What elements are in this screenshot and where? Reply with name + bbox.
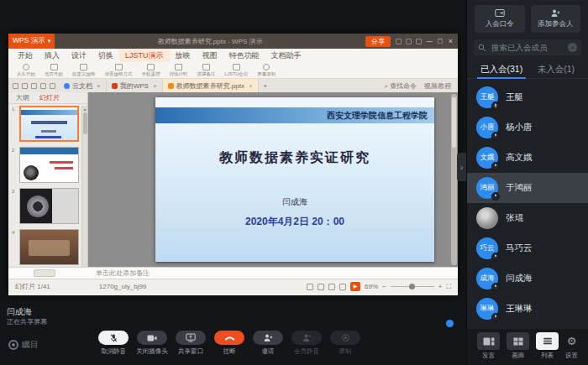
speaker-view-button[interactable]: 发言 (477, 332, 500, 365)
member-row-highlighted[interactable]: 鸿丽 于鸿丽 (467, 173, 588, 203)
slide-thumbnail-2[interactable] (19, 147, 79, 183)
member-row[interactable]: 成海 闫成海 (467, 263, 588, 294)
doc-tab-cloud[interactable]: 云文档 × (59, 79, 107, 92)
hangup-button[interactable]: 挂断 (214, 331, 244, 356)
wps-document-tabs: 云文档 × 我的WPS × 教师数据素养研究.pptx × + ⌕ 查找命令 视… (8, 79, 458, 92)
new-tab-button[interactable]: + (259, 82, 273, 90)
share-button[interactable]: 分享 (365, 36, 391, 47)
add-participant-button[interactable]: 添加参会人 (531, 5, 581, 33)
notes-splitter-handle[interactable] (34, 269, 55, 277)
find-command-link[interactable]: ⌕ 查找命令 (384, 81, 417, 91)
notes-placeholder[interactable]: 单击此处添加备注 (96, 269, 150, 278)
tab-slides[interactable]: 幻灯片 (39, 93, 60, 102)
ribbon-tool[interactable]: 当页开始 (45, 64, 63, 77)
play-slideshow-button[interactable]: ▶ (350, 282, 360, 291)
invite-button[interactable]: 邀请 (253, 331, 283, 356)
zoom-slider-handle[interactable] (409, 284, 415, 289)
slide-sorter-icon[interactable] (328, 284, 335, 290)
ribbon-tool[interactable]: 演讲备注 (197, 64, 216, 77)
ribbon-tool[interactable]: 屏幕录制 (257, 64, 276, 77)
menu-tab-slideshow[interactable]: 放映 (170, 49, 197, 62)
sidebar-collapse-handle[interactable]: › (457, 153, 466, 181)
unmute-button[interactable]: 取消静音 (98, 331, 129, 356)
zoom-in-button[interactable]: + (438, 283, 443, 290)
thumbnail-scrollbar[interactable]: ▲ (81, 106, 87, 267)
slide-org-text: 西安文理学院信息工程学院 (327, 110, 428, 122)
current-slide[interactable]: 西安文理学院信息工程学院 教师数据素养实证研究 闫成海 2020年4月2日 20… (155, 97, 434, 262)
quick-access-icon[interactable] (31, 83, 37, 89)
ribbon-tool[interactable]: 从头开始 (17, 64, 35, 77)
member-row[interactable]: 巧云 马巧云 (467, 233, 588, 263)
member-search-box[interactable]: × (474, 39, 581, 55)
tab-joined[interactable]: 已入会(31) (480, 59, 522, 79)
close-tab-icon[interactable]: × (249, 82, 253, 90)
menu-tab-plugin-active[interactable]: LJSTU演示 (119, 49, 170, 62)
minimize-button[interactable]: ─ (427, 37, 432, 45)
camera-off-button[interactable]: 关闭摄像头 (137, 331, 167, 356)
doc-tab-current[interactable]: 教师数据素养研究.pptx × (163, 79, 259, 92)
slide-thumbnail-3[interactable] (19, 188, 79, 224)
ribbon-tool[interactable]: 手机遥控 (142, 64, 160, 77)
close-button[interactable]: × (449, 37, 453, 45)
menu-tab-home[interactable]: 开始 (12, 49, 39, 62)
share-window-button[interactable]: 共享窗口 (176, 331, 206, 356)
menu-tab-assistant[interactable]: 文档助手 (265, 49, 307, 62)
chat-bubble-icon[interactable] (446, 320, 454, 327)
settings-button[interactable]: ⚙ 设置 (565, 332, 578, 365)
mic-muted-badge-icon (491, 102, 500, 110)
member-row[interactable]: 小唐 杨小唐 (467, 112, 588, 143)
list-view-button[interactable]: 列表 (536, 332, 559, 365)
zoom-out-button[interactable]: − (382, 283, 386, 290)
menu-tab-features[interactable]: 特色功能 (223, 49, 265, 62)
tab-outline[interactable]: 大纲 (16, 93, 29, 102)
wps-logo-menu[interactable]: WPS 演示 ▾ (8, 34, 55, 49)
scrollbar-thumb[interactable] (83, 112, 87, 134)
quick-access-icon[interactable] (13, 83, 18, 89)
member-row[interactable]: 张琨 (467, 203, 588, 233)
meeting-code-button[interactable]: 入会口令 (475, 5, 525, 33)
ribbon-right-tools: ⌕ 查找命令 视频教程 (384, 81, 458, 91)
ribbon-tool[interactable]: 设置放映方式 (105, 64, 133, 77)
scrollbar-thumb[interactable] (452, 97, 456, 148)
slide-thumbnail-1[interactable] (19, 106, 79, 142)
doc-tab-mywps[interactable]: 我的WPS × (107, 79, 163, 92)
clear-search-icon[interactable]: × (568, 43, 577, 52)
titlebar-icon[interactable] (416, 39, 422, 44)
quick-access-icon[interactable] (22, 83, 28, 89)
slide-thumbnail-4[interactable] (19, 229, 79, 265)
video-tutorial-link[interactable]: 视频教程 (424, 81, 451, 91)
titlebar-icon[interactable] (396, 39, 402, 44)
member-row[interactable]: 王艇 王艇 (467, 82, 588, 112)
mute-all-button[interactable]: 全员静音 (291, 331, 322, 356)
maximize-button[interactable]: □ (438, 37, 442, 45)
menu-tab-transition[interactable]: 切换 (92, 49, 119, 62)
search-input[interactable] (490, 42, 568, 53)
tab-not-joined[interactable]: 未入会(1) (538, 59, 575, 79)
tool-icon (115, 64, 123, 70)
ribbon-tool[interactable]: LJSTU会议 (225, 64, 249, 77)
titlebar-icon[interactable] (406, 39, 412, 44)
fit-slide-icon[interactable]: ⛶ (446, 283, 451, 291)
close-tab-icon[interactable]: × (97, 82, 101, 90)
ribbon-tool[interactable]: 排练计时 (170, 64, 188, 77)
member-row[interactable]: 琳琳 王琳琳 (467, 294, 588, 324)
close-tab-icon[interactable]: × (153, 82, 157, 90)
avatar-text: 巧云 (480, 243, 495, 253)
scroll-up-icon[interactable]: ▲ (82, 106, 87, 112)
tool-icon (202, 64, 210, 70)
normal-view-icon[interactable] (318, 284, 324, 290)
record-button[interactable]: 录制 (330, 331, 360, 356)
reading-view-icon[interactable] (339, 284, 346, 290)
redo-icon[interactable] (50, 83, 55, 89)
zoom-slider[interactable] (391, 286, 434, 287)
notes-pane[interactable]: 单击此处添加备注 (8, 267, 458, 279)
notes-toggle-icon[interactable] (307, 284, 313, 290)
undo-icon[interactable] (40, 83, 46, 89)
ribbon-tool[interactable]: 自定义放映 (72, 64, 96, 77)
member-row[interactable]: 文娥 高文娥 (467, 143, 588, 173)
menu-tab-view[interactable]: 视图 (197, 49, 223, 62)
menu-tab-insert[interactable]: 插入 (39, 49, 66, 62)
canvas-scrollbar[interactable] (451, 94, 457, 265)
menu-tab-design[interactable]: 设计 (66, 49, 92, 62)
gallery-view-button[interactable]: 画廊 (507, 332, 529, 365)
